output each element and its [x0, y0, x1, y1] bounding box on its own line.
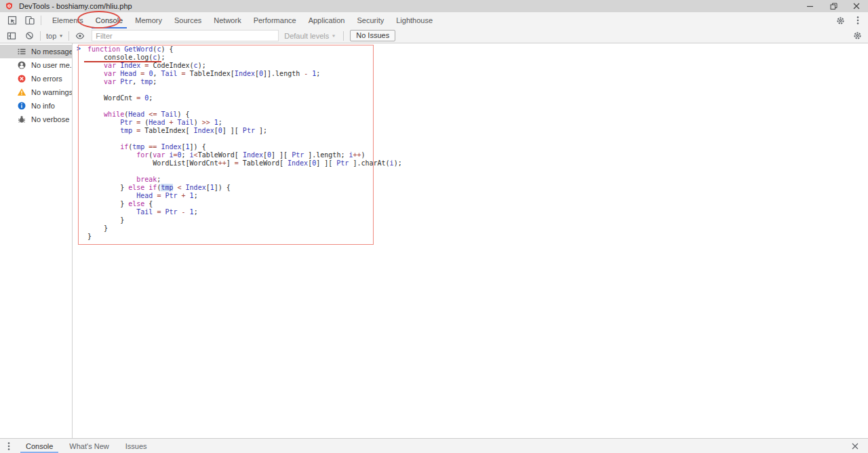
- console-sidebar: No messagesNo user me...No errorsNo warn…: [0, 43, 73, 438]
- filter-input[interactable]: [92, 30, 279, 41]
- code-line: Head = Ptr + 1;: [87, 192, 402, 200]
- inspect-element-icon[interactable]: [3, 13, 21, 28]
- console-panel: No messagesNo user me...No errorsNo warn…: [0, 43, 868, 438]
- info-icon: [17, 101, 26, 111]
- sidebar-item-label: No warnings: [31, 88, 72, 96]
- tab-elements[interactable]: Elements: [46, 12, 90, 28]
- tab-network[interactable]: Network: [208, 12, 247, 28]
- clear-console-icon[interactable]: [20, 28, 38, 43]
- error-icon: [17, 74, 26, 83]
- code-line: console.log(c);: [87, 54, 402, 62]
- drawer-tab-console[interactable]: Console: [18, 439, 61, 453]
- code-line: }: [87, 224, 402, 233]
- code-line: Tail = Ptr - 1;: [87, 208, 402, 216]
- tab-performance[interactable]: Performance: [248, 12, 302, 28]
- tab-security[interactable]: Security: [351, 12, 390, 28]
- drawer-tabs: ConsoleWhat's NewIssues: [18, 439, 155, 453]
- code-line: function GetWord(c) {: [87, 45, 402, 54]
- code-line: [87, 168, 402, 176]
- code-line: } else if(tmp < Index[1]) {: [87, 184, 402, 192]
- drawer-tab-what-s-new[interactable]: What's New: [61, 439, 117, 453]
- close-drawer-icon[interactable]: [846, 439, 864, 453]
- code-line: }: [87, 216, 402, 224]
- kebab-menu-icon[interactable]: [849, 13, 867, 28]
- code-line: for(var i=0; i<TableWord[ Index[0] ][ Pt…: [87, 151, 402, 159]
- sidebar-item-no-errors[interactable]: No errors: [0, 72, 72, 85]
- code-line: [87, 102, 402, 111]
- console-settings-gear-icon[interactable]: [848, 28, 866, 43]
- log-levels-dropdown[interactable]: Default levels ▼: [279, 32, 341, 40]
- messages-list-icon: [17, 47, 26, 56]
- code-line: var Ptr, tmp;: [87, 78, 402, 86]
- code-line: [87, 135, 402, 143]
- restore-button[interactable]: [822, 0, 845, 12]
- chevron-down-icon: ▼: [59, 34, 64, 38]
- console-messages-area[interactable]: > function GetWord(c) { console.log(c); …: [73, 43, 868, 438]
- code-line: WordList[WordCnt++] = TableWord[ Index[0…: [87, 159, 402, 168]
- context-label: top: [46, 32, 56, 40]
- code-line: break;: [87, 176, 402, 184]
- device-toolbar-icon[interactable]: [21, 13, 39, 28]
- devtools-shield-icon: [5, 2, 14, 11]
- drawer-kebab-menu-icon[interactable]: [0, 439, 18, 453]
- log-levels-label: Default levels: [284, 32, 329, 40]
- tab-sources[interactable]: Sources: [168, 12, 208, 28]
- code-line: while(Head <= Tail) {: [87, 111, 402, 119]
- separator: [343, 31, 344, 41]
- sidebar-item-label: No verbose: [31, 115, 69, 123]
- separator: [41, 16, 41, 25]
- console-sidebar-toggle-icon[interactable]: [3, 28, 20, 43]
- drawer-bar: ConsoleWhat's NewIssues: [0, 438, 868, 453]
- live-expression-eye-icon[interactable]: [71, 28, 89, 43]
- code-line: Ptr = (Head + Tail) >> 1;: [87, 119, 402, 127]
- sidebar-item-no-verbose[interactable]: No verbose: [0, 113, 72, 126]
- sidebar-item-label: No user me...: [31, 61, 72, 69]
- bug-icon: [17, 115, 26, 124]
- code-line: WordCnt = 0;: [87, 94, 402, 102]
- code-line: var Head = 0, Tail = TableIndex[Index[0]…: [87, 70, 402, 78]
- code-line: [87, 86, 402, 94]
- window-title: DevTools - boshiamy.com/hliu.php: [19, 2, 132, 10]
- sidebar-item-label: No messages: [31, 47, 72, 56]
- code-line: tmp = TableIndex[ Index[0] ][ Ptr ];: [87, 127, 402, 135]
- warning-icon: [17, 87, 26, 97]
- devtools-tabs: ElementsConsoleMemorySourcesNetworkPerfo…: [46, 12, 439, 28]
- sidebar-item-no-info[interactable]: No info: [0, 99, 72, 113]
- tab-memory[interactable]: Memory: [129, 12, 168, 28]
- settings-gear-icon[interactable]: [831, 13, 849, 28]
- code-line: if(tmp == Index[1]) {: [87, 143, 402, 151]
- code-line: var Index = CodeIndex(c);: [87, 62, 402, 70]
- sidebar-item-label: No info: [31, 102, 55, 110]
- separator: [68, 31, 69, 41]
- sidebar-item-no-messages[interactable]: No messages: [0, 45, 72, 58]
- tab-lighthouse[interactable]: Lighthouse: [390, 12, 439, 28]
- console-input-code[interactable]: function GetWord(c) { console.log(c); va…: [73, 45, 402, 241]
- user-icon: [17, 60, 26, 70]
- sidebar-item-label: No errors: [31, 75, 62, 83]
- close-window-button[interactable]: [845, 0, 868, 12]
- chevron-down-icon: ▼: [332, 34, 336, 38]
- sidebar-item-no-user-me-[interactable]: No user me...: [0, 58, 72, 72]
- separator: [40, 31, 41, 41]
- code-line: } else {: [87, 200, 402, 208]
- tab-application[interactable]: Application: [302, 12, 351, 28]
- no-issues-button[interactable]: No Issues: [350, 30, 395, 41]
- devtools-tabstrip: ElementsConsoleMemorySourcesNetworkPerfo…: [0, 12, 868, 28]
- drawer-tab-issues[interactable]: Issues: [117, 439, 155, 453]
- console-toolbar: top ▼ Default levels ▼ No Issues: [0, 28, 868, 43]
- sidebar-item-no-warnings[interactable]: No warnings: [0, 85, 72, 99]
- window-titlebar: DevTools - boshiamy.com/hliu.php: [0, 0, 868, 12]
- code-line: }: [87, 233, 402, 241]
- tab-console[interactable]: Console: [90, 12, 129, 28]
- minimize-button[interactable]: [799, 0, 822, 12]
- context-selector[interactable]: top ▼: [43, 32, 66, 40]
